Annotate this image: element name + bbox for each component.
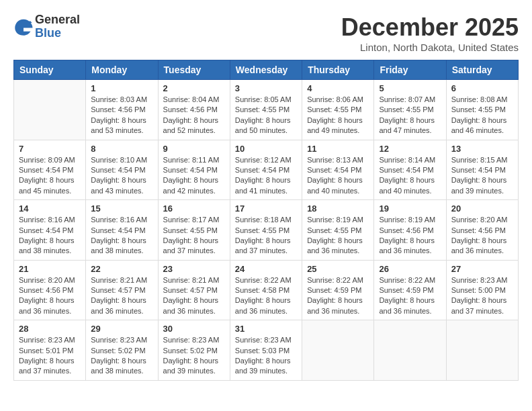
calendar-cell: 15Sunrise: 8:16 AMSunset: 4:54 PMDayligh… — [86, 200, 158, 261]
location-label: Linton, North Dakota, United States — [341, 42, 519, 53]
week-row-2: 7Sunrise: 8:09 AMSunset: 4:54 PMDaylight… — [14, 140, 519, 200]
week-row-5: 28Sunrise: 8:23 AMSunset: 5:01 PMDayligh… — [14, 320, 519, 381]
day-number: 24 — [235, 264, 297, 274]
day-info: Sunrise: 8:16 AMSunset: 4:54 PMDaylight:… — [19, 215, 81, 257]
calendar-cell: 18Sunrise: 8:19 AMSunset: 4:55 PMDayligh… — [302, 200, 374, 261]
calendar-cell: 19Sunrise: 8:19 AMSunset: 4:56 PMDayligh… — [374, 200, 446, 261]
day-header-tuesday: Tuesday — [158, 60, 230, 80]
week-row-3: 14Sunrise: 8:16 AMSunset: 4:54 PMDayligh… — [14, 200, 519, 261]
day-info: Sunrise: 8:19 AMSunset: 4:56 PMDaylight:… — [379, 215, 441, 257]
calendar-cell: 17Sunrise: 8:18 AMSunset: 4:55 PMDayligh… — [230, 200, 302, 261]
calendar-cell: 4Sunrise: 8:06 AMSunset: 4:55 PMDaylight… — [302, 80, 374, 140]
logo-blue-label: Blue — [35, 27, 80, 40]
calendar-cell: 11Sunrise: 8:13 AMSunset: 4:54 PMDayligh… — [302, 140, 374, 200]
day-info: Sunrise: 8:22 AMSunset: 4:59 PMDaylight:… — [307, 275, 369, 317]
logo-text: General Blue — [35, 13, 80, 40]
day-number: 14 — [19, 203, 81, 214]
day-number: 26 — [379, 264, 441, 274]
calendar-cell: 1Sunrise: 8:03 AMSunset: 4:56 PMDaylight… — [86, 80, 158, 140]
day-info: Sunrise: 8:16 AMSunset: 4:54 PMDaylight:… — [91, 215, 152, 257]
calendar-cell: 30Sunrise: 8:23 AMSunset: 5:02 PMDayligh… — [158, 320, 230, 381]
day-info: Sunrise: 8:13 AMSunset: 4:54 PMDaylight:… — [307, 155, 369, 197]
day-number: 12 — [379, 144, 441, 154]
calendar-cell — [446, 320, 518, 381]
day-info: Sunrise: 8:20 AMSunset: 4:56 PMDaylight:… — [19, 275, 81, 317]
day-info: Sunrise: 8:03 AMSunset: 4:56 PMDaylight:… — [91, 95, 152, 136]
day-number: 15 — [91, 203, 152, 214]
header-row: SundayMondayTuesdayWednesdayThursdayFrid… — [14, 60, 519, 80]
day-info: Sunrise: 8:23 AMSunset: 5:01 PMDaylight:… — [19, 335, 81, 377]
day-number: 21 — [19, 264, 81, 274]
day-info: Sunrise: 8:23 AMSunset: 5:02 PMDaylight:… — [91, 335, 152, 377]
day-number: 27 — [451, 264, 513, 274]
day-number: 6 — [451, 83, 513, 93]
day-info: Sunrise: 8:23 AMSunset: 5:00 PMDaylight:… — [451, 275, 513, 317]
day-header-sunday: Sunday — [14, 60, 86, 80]
calendar-cell: 16Sunrise: 8:17 AMSunset: 4:55 PMDayligh… — [158, 200, 230, 261]
week-row-4: 21Sunrise: 8:20 AMSunset: 4:56 PMDayligh… — [14, 260, 519, 320]
title-section: December 2025 Linton, North Dakota, Unit… — [341, 13, 519, 53]
day-number: 17 — [235, 203, 297, 214]
day-number: 31 — [235, 324, 297, 334]
day-info: Sunrise: 8:05 AMSunset: 4:55 PMDaylight:… — [235, 95, 297, 136]
calendar-cell: 9Sunrise: 8:11 AMSunset: 4:54 PMDaylight… — [158, 140, 230, 200]
day-header-friday: Friday — [374, 60, 446, 80]
day-info: Sunrise: 8:06 AMSunset: 4:55 PMDaylight:… — [307, 95, 369, 136]
calendar-cell: 22Sunrise: 8:21 AMSunset: 4:57 PMDayligh… — [86, 260, 158, 320]
calendar-cell — [302, 320, 374, 381]
day-number: 1 — [91, 83, 152, 93]
day-info: Sunrise: 8:08 AMSunset: 4:55 PMDaylight:… — [451, 95, 513, 136]
day-header-wednesday: Wednesday — [230, 60, 302, 80]
day-info: Sunrise: 8:15 AMSunset: 4:54 PMDaylight:… — [451, 155, 513, 197]
day-info: Sunrise: 8:09 AMSunset: 4:54 PMDaylight:… — [19, 155, 81, 197]
day-number: 18 — [307, 203, 369, 214]
logo-icon — [13, 17, 34, 37]
calendar-cell: 13Sunrise: 8:15 AMSunset: 4:54 PMDayligh… — [446, 140, 518, 200]
calendar-cell: 10Sunrise: 8:12 AMSunset: 4:54 PMDayligh… — [230, 140, 302, 200]
calendar-cell: 23Sunrise: 8:21 AMSunset: 4:57 PMDayligh… — [158, 260, 230, 320]
day-number: 22 — [91, 264, 152, 274]
day-info: Sunrise: 8:12 AMSunset: 4:54 PMDaylight:… — [235, 155, 297, 197]
calendar-cell — [14, 80, 86, 140]
calendar-cell: 31Sunrise: 8:23 AMSunset: 5:03 PMDayligh… — [230, 320, 302, 381]
page-header: General Blue December 2025 Linton, North… — [13, 13, 519, 53]
day-number: 7 — [19, 144, 81, 154]
day-info: Sunrise: 8:22 AMSunset: 4:59 PMDaylight:… — [379, 275, 441, 317]
calendar-cell: 21Sunrise: 8:20 AMSunset: 4:56 PMDayligh… — [14, 260, 86, 320]
calendar-cell: 14Sunrise: 8:16 AMSunset: 4:54 PMDayligh… — [14, 200, 86, 261]
day-number: 23 — [163, 264, 225, 274]
day-number: 8 — [91, 144, 152, 154]
day-number: 19 — [379, 203, 441, 214]
day-info: Sunrise: 8:11 AMSunset: 4:54 PMDaylight:… — [163, 155, 225, 197]
day-number: 29 — [91, 324, 152, 334]
calendar-cell: 2Sunrise: 8:04 AMSunset: 4:56 PMDaylight… — [158, 80, 230, 140]
day-info: Sunrise: 8:19 AMSunset: 4:55 PMDaylight:… — [307, 215, 369, 257]
day-number: 10 — [235, 144, 297, 154]
calendar-cell: 7Sunrise: 8:09 AMSunset: 4:54 PMDaylight… — [14, 140, 86, 200]
calendar-cell: 25Sunrise: 8:22 AMSunset: 4:59 PMDayligh… — [302, 260, 374, 320]
day-header-saturday: Saturday — [446, 60, 518, 80]
calendar-cell: 27Sunrise: 8:23 AMSunset: 5:00 PMDayligh… — [446, 260, 518, 320]
day-number: 20 — [451, 203, 513, 214]
day-number: 4 — [307, 83, 369, 93]
logo: General Blue — [13, 13, 80, 40]
calendar-cell: 8Sunrise: 8:10 AMSunset: 4:54 PMDaylight… — [86, 140, 158, 200]
calendar-cell: 28Sunrise: 8:23 AMSunset: 5:01 PMDayligh… — [14, 320, 86, 381]
day-number: 5 — [379, 83, 441, 93]
day-info: Sunrise: 8:04 AMSunset: 4:56 PMDaylight:… — [163, 95, 225, 136]
month-title: December 2025 — [341, 13, 519, 42]
day-info: Sunrise: 8:07 AMSunset: 4:55 PMDaylight:… — [379, 95, 441, 136]
calendar-cell — [374, 320, 446, 381]
day-header-monday: Monday — [86, 60, 158, 80]
day-info: Sunrise: 8:20 AMSunset: 4:56 PMDaylight:… — [451, 215, 513, 257]
day-info: Sunrise: 8:21 AMSunset: 4:57 PMDaylight:… — [91, 275, 152, 317]
day-header-thursday: Thursday — [302, 60, 374, 80]
calendar-cell: 26Sunrise: 8:22 AMSunset: 4:59 PMDayligh… — [374, 260, 446, 320]
day-info: Sunrise: 8:23 AMSunset: 5:03 PMDaylight:… — [235, 335, 297, 377]
day-info: Sunrise: 8:18 AMSunset: 4:55 PMDaylight:… — [235, 215, 297, 257]
day-info: Sunrise: 8:14 AMSunset: 4:54 PMDaylight:… — [379, 155, 441, 197]
day-info: Sunrise: 8:10 AMSunset: 4:54 PMDaylight:… — [91, 155, 152, 197]
calendar-table: SundayMondayTuesdayWednesdayThursdayFrid… — [13, 60, 519, 381]
day-info: Sunrise: 8:23 AMSunset: 5:02 PMDaylight:… — [163, 335, 225, 377]
calendar-cell: 5Sunrise: 8:07 AMSunset: 4:55 PMDaylight… — [374, 80, 446, 140]
